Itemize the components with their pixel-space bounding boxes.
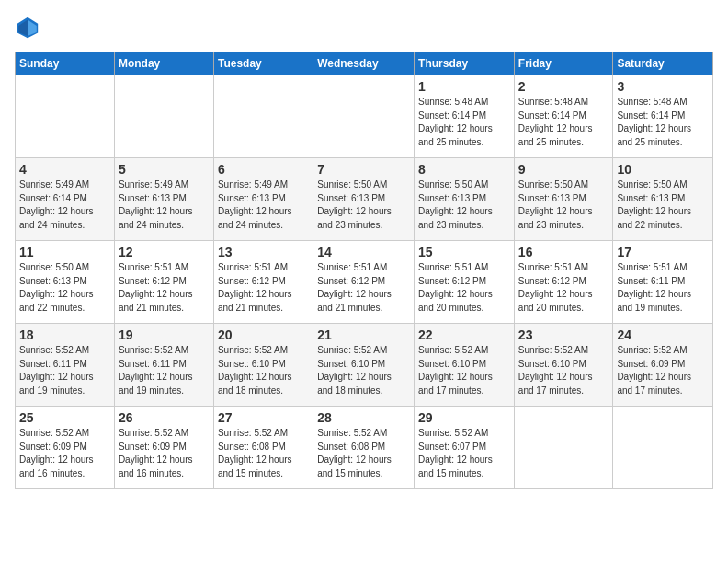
day-number: 29 bbox=[418, 410, 510, 425]
day-info: Sunrise: 5:50 AM Sunset: 6:13 PM Dayligh… bbox=[19, 261, 110, 315]
calendar-cell: 23Sunrise: 5:52 AM Sunset: 6:10 PM Dayli… bbox=[514, 324, 613, 407]
calendar-cell: 6Sunrise: 5:49 AM Sunset: 6:13 PM Daylig… bbox=[213, 158, 313, 241]
day-info: Sunrise: 5:51 AM Sunset: 6:12 PM Dayligh… bbox=[418, 261, 510, 315]
calendar-cell: 14Sunrise: 5:51 AM Sunset: 6:12 PM Dayli… bbox=[313, 241, 415, 324]
calendar-cell: 4Sunrise: 5:49 AM Sunset: 6:14 PM Daylig… bbox=[16, 158, 115, 241]
day-info: Sunrise: 5:51 AM Sunset: 6:12 PM Dayligh… bbox=[218, 261, 309, 315]
day-info: Sunrise: 5:49 AM Sunset: 6:14 PM Dayligh… bbox=[19, 178, 110, 232]
header-friday: Friday bbox=[514, 52, 613, 75]
day-info: Sunrise: 5:52 AM Sunset: 6:11 PM Dayligh… bbox=[119, 344, 210, 397]
day-number: 19 bbox=[119, 327, 210, 342]
day-info: Sunrise: 5:52 AM Sunset: 6:10 PM Dayligh… bbox=[418, 344, 510, 397]
day-info: Sunrise: 5:48 AM Sunset: 6:14 PM Dayligh… bbox=[518, 96, 609, 149]
day-info: Sunrise: 5:51 AM Sunset: 6:12 PM Dayligh… bbox=[119, 261, 210, 315]
day-number: 8 bbox=[418, 162, 510, 177]
day-number: 13 bbox=[218, 245, 309, 259]
day-info: Sunrise: 5:50 AM Sunset: 6:13 PM Dayligh… bbox=[617, 178, 709, 232]
day-info: Sunrise: 5:52 AM Sunset: 6:08 PM Dayligh… bbox=[317, 427, 410, 480]
header-tuesday: Tuesday bbox=[213, 52, 313, 75]
calendar-cell bbox=[114, 75, 213, 158]
calendar-week-1: 1Sunrise: 5:48 AM Sunset: 6:14 PM Daylig… bbox=[16, 75, 713, 158]
day-number: 11 bbox=[19, 245, 110, 259]
calendar-cell: 11Sunrise: 5:50 AM Sunset: 6:13 PM Dayli… bbox=[16, 241, 115, 324]
calendar-cell: 8Sunrise: 5:50 AM Sunset: 6:13 PM Daylig… bbox=[415, 158, 515, 241]
day-number: 1 bbox=[418, 79, 510, 94]
day-number: 9 bbox=[518, 162, 609, 177]
day-info: Sunrise: 5:50 AM Sunset: 6:13 PM Dayligh… bbox=[518, 178, 609, 232]
day-number: 7 bbox=[317, 162, 410, 177]
calendar-week-3: 11Sunrise: 5:50 AM Sunset: 6:13 PM Dayli… bbox=[16, 241, 713, 324]
calendar-cell: 29Sunrise: 5:52 AM Sunset: 6:07 PM Dayli… bbox=[415, 407, 515, 489]
day-number: 14 bbox=[317, 245, 410, 259]
day-info: Sunrise: 5:48 AM Sunset: 6:14 PM Dayligh… bbox=[617, 96, 709, 149]
calendar-cell: 1Sunrise: 5:48 AM Sunset: 6:14 PM Daylig… bbox=[415, 75, 515, 158]
day-info: Sunrise: 5:52 AM Sunset: 6:09 PM Dayligh… bbox=[119, 427, 210, 480]
day-info: Sunrise: 5:49 AM Sunset: 6:13 PM Dayligh… bbox=[119, 178, 210, 232]
calendar-week-4: 18Sunrise: 5:52 AM Sunset: 6:11 PM Dayli… bbox=[16, 324, 713, 407]
day-number: 17 bbox=[617, 245, 709, 259]
calendar-cell: 5Sunrise: 5:49 AM Sunset: 6:13 PM Daylig… bbox=[114, 158, 213, 241]
day-info: Sunrise: 5:52 AM Sunset: 6:10 PM Dayligh… bbox=[518, 344, 609, 397]
day-number: 20 bbox=[218, 327, 309, 342]
calendar-cell: 9Sunrise: 5:50 AM Sunset: 6:13 PM Daylig… bbox=[514, 158, 613, 241]
calendar-cell bbox=[514, 407, 613, 489]
day-number: 23 bbox=[518, 327, 609, 342]
day-info: Sunrise: 5:52 AM Sunset: 6:10 PM Dayligh… bbox=[218, 344, 309, 397]
calendar-cell: 25Sunrise: 5:52 AM Sunset: 6:09 PM Dayli… bbox=[16, 407, 115, 489]
day-number: 16 bbox=[518, 245, 609, 259]
day-info: Sunrise: 5:50 AM Sunset: 6:13 PM Dayligh… bbox=[418, 178, 510, 232]
header-thursday: Thursday bbox=[415, 52, 515, 75]
day-info: Sunrise: 5:52 AM Sunset: 6:07 PM Dayligh… bbox=[418, 427, 510, 480]
calendar-cell: 16Sunrise: 5:51 AM Sunset: 6:12 PM Dayli… bbox=[514, 241, 613, 324]
logo bbox=[15, 15, 44, 40]
day-info: Sunrise: 5:52 AM Sunset: 6:10 PM Dayligh… bbox=[317, 344, 410, 397]
day-info: Sunrise: 5:51 AM Sunset: 6:12 PM Dayligh… bbox=[317, 261, 410, 315]
day-number: 2 bbox=[518, 79, 609, 94]
calendar-cell: 21Sunrise: 5:52 AM Sunset: 6:10 PM Dayli… bbox=[313, 324, 415, 407]
calendar-cell bbox=[613, 407, 713, 489]
day-info: Sunrise: 5:52 AM Sunset: 6:09 PM Dayligh… bbox=[617, 344, 709, 397]
day-number: 21 bbox=[317, 327, 410, 342]
calendar-cell: 3Sunrise: 5:48 AM Sunset: 6:14 PM Daylig… bbox=[613, 75, 713, 158]
calendar-cell bbox=[16, 75, 115, 158]
calendar-cell: 17Sunrise: 5:51 AM Sunset: 6:11 PM Dayli… bbox=[613, 241, 713, 324]
calendar-cell bbox=[313, 75, 415, 158]
day-number: 4 bbox=[19, 162, 110, 177]
calendar-table: SundayMondayTuesdayWednesdayThursdayFrid… bbox=[15, 52, 713, 489]
day-number: 22 bbox=[418, 327, 510, 342]
calendar-cell: 24Sunrise: 5:52 AM Sunset: 6:09 PM Dayli… bbox=[613, 324, 713, 407]
calendar-cell: 7Sunrise: 5:50 AM Sunset: 6:13 PM Daylig… bbox=[313, 158, 415, 241]
calendar-cell: 27Sunrise: 5:52 AM Sunset: 6:08 PM Dayli… bbox=[213, 407, 313, 489]
day-info: Sunrise: 5:50 AM Sunset: 6:13 PM Dayligh… bbox=[317, 178, 410, 232]
day-info: Sunrise: 5:52 AM Sunset: 6:09 PM Dayligh… bbox=[19, 427, 110, 480]
day-number: 3 bbox=[617, 79, 709, 94]
day-number: 6 bbox=[218, 162, 309, 177]
calendar-body: 1Sunrise: 5:48 AM Sunset: 6:14 PM Daylig… bbox=[16, 75, 713, 489]
day-number: 28 bbox=[317, 410, 410, 425]
logo-icon bbox=[15, 15, 40, 40]
day-info: Sunrise: 5:52 AM Sunset: 6:11 PM Dayligh… bbox=[19, 344, 110, 397]
calendar-cell: 10Sunrise: 5:50 AM Sunset: 6:13 PM Dayli… bbox=[613, 158, 713, 241]
calendar-cell: 13Sunrise: 5:51 AM Sunset: 6:12 PM Dayli… bbox=[213, 241, 313, 324]
calendar-cell bbox=[213, 75, 313, 158]
header-monday: Monday bbox=[114, 52, 213, 75]
header-saturday: Saturday bbox=[613, 52, 713, 75]
calendar-cell: 28Sunrise: 5:52 AM Sunset: 6:08 PM Dayli… bbox=[313, 407, 415, 489]
day-number: 5 bbox=[119, 162, 210, 177]
day-number: 18 bbox=[19, 327, 110, 342]
calendar-cell: 12Sunrise: 5:51 AM Sunset: 6:12 PM Dayli… bbox=[114, 241, 213, 324]
calendar-cell: 2Sunrise: 5:48 AM Sunset: 6:14 PM Daylig… bbox=[514, 75, 613, 158]
day-info: Sunrise: 5:48 AM Sunset: 6:14 PM Dayligh… bbox=[418, 96, 510, 149]
day-info: Sunrise: 5:51 AM Sunset: 6:12 PM Dayligh… bbox=[518, 261, 609, 315]
day-number: 25 bbox=[19, 410, 110, 425]
day-info: Sunrise: 5:52 AM Sunset: 6:08 PM Dayligh… bbox=[218, 427, 309, 480]
calendar-cell: 19Sunrise: 5:52 AM Sunset: 6:11 PM Dayli… bbox=[114, 324, 213, 407]
calendar-cell: 26Sunrise: 5:52 AM Sunset: 6:09 PM Dayli… bbox=[114, 407, 213, 489]
day-info: Sunrise: 5:49 AM Sunset: 6:13 PM Dayligh… bbox=[218, 178, 309, 232]
day-info: Sunrise: 5:51 AM Sunset: 6:11 PM Dayligh… bbox=[617, 261, 709, 315]
calendar-header-row: SundayMondayTuesdayWednesdayThursdayFrid… bbox=[16, 52, 713, 75]
calendar-cell: 20Sunrise: 5:52 AM Sunset: 6:10 PM Dayli… bbox=[213, 324, 313, 407]
day-number: 26 bbox=[119, 410, 210, 425]
day-number: 24 bbox=[617, 327, 709, 342]
day-number: 12 bbox=[119, 245, 210, 259]
